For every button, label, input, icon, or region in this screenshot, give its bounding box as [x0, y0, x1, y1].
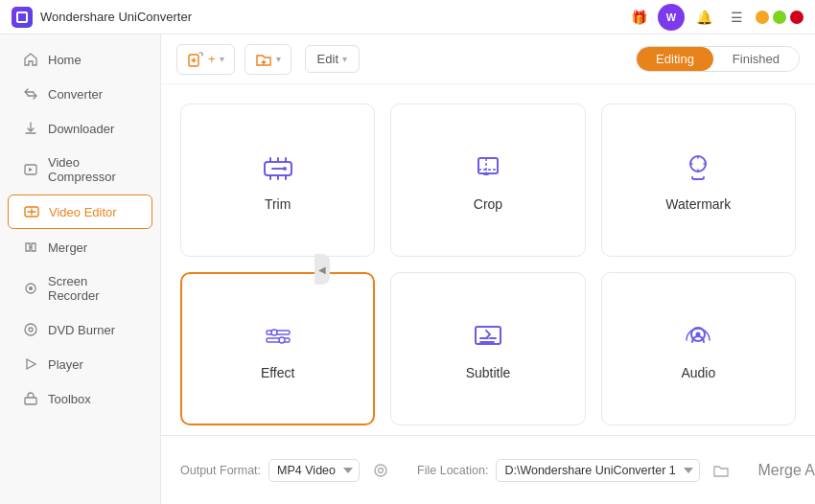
merge-label: Merge All Files: [757, 462, 815, 479]
sidebar-label-video-editor: Video Editor [49, 205, 117, 219]
add-files-button[interactable]: + ▾ [176, 44, 235, 75]
content-area: + ▾ ▾ Edit ▾ Editing Finished [161, 34, 815, 504]
sidebar-item-video-editor[interactable]: Video Editor [8, 195, 152, 229]
downloader-icon [23, 121, 38, 136]
svg-point-22 [379, 468, 384, 472]
sidebar-item-dvd-burner[interactable]: DVD Burner [8, 313, 152, 346]
sidebar-label-player: Player [48, 357, 83, 372]
tool-card-crop[interactable]: Crop [390, 103, 585, 257]
app-title: Wondershare UniConverter [40, 10, 192, 24]
window-controls: − □ ✕ [756, 11, 803, 24]
sidebar-item-screen-recorder[interactable]: Screen Recorder [8, 265, 152, 311]
title-bar: Wondershare UniConverter 🎁 W 🔔 ☰ − □ ✕ [0, 0, 815, 34]
merger-icon [23, 240, 38, 255]
svg-rect-11 [478, 158, 498, 173]
tab-finished[interactable]: Finished [713, 47, 799, 71]
file-location-select[interactable]: D:\Wondershare UniConverter 1 [496, 459, 700, 482]
collapse-sidebar-button[interactable]: ◀ [314, 254, 330, 285]
sidebar-label-screen-recorder: Screen Recorder [48, 274, 137, 303]
output-format-field: Output Format: MP4 Video MOV AVI MKV [180, 457, 394, 484]
screen-recorder-icon [23, 281, 38, 296]
edit-label: Edit [317, 52, 338, 66]
sidebar-label-downloader: Downloader [48, 122, 114, 136]
menu-icon[interactable]: ☰ [723, 4, 750, 31]
sidebar-item-toolbox[interactable]: Toolbox [8, 382, 152, 415]
sidebar-label-merger: Merger [48, 241, 87, 255]
tool-card-subtitle[interactable]: Subtitle [390, 272, 585, 425]
subtitle-label: Subtitle [466, 365, 511, 380]
edit-chevron-icon: ▾ [342, 54, 347, 64]
svg-rect-14 [267, 331, 290, 334]
title-bar-controls: 🎁 W 🔔 ☰ − □ ✕ [625, 4, 803, 31]
svg-marker-6 [27, 359, 35, 369]
sidebar-label-dvd-burner: DVD Burner [48, 323, 115, 337]
svg-point-20 [696, 332, 701, 337]
edit-dropdown[interactable]: Edit ▾ [305, 45, 360, 73]
user-avatar[interactable]: W [658, 4, 685, 31]
svg-point-17 [279, 337, 285, 343]
svg-point-10 [283, 167, 287, 171]
video-editor-icon [24, 204, 39, 219]
player-icon [23, 356, 38, 372]
add-folder-chevron: ▾ [276, 54, 281, 64]
sidebar-item-downloader[interactable]: Downloader [8, 112, 152, 145]
main-layout: Home Converter Downloader Video Compress… [0, 34, 815, 504]
add-files-label: + [208, 52, 216, 66]
maximize-button[interactable]: □ [773, 11, 786, 24]
converter-icon [23, 86, 38, 102]
tool-card-effect[interactable]: Effect [180, 272, 375, 425]
output-format-select[interactable]: MP4 Video MOV AVI MKV [268, 459, 360, 482]
sidebar-label-toolbox: Toolbox [48, 392, 91, 406]
watermark-label: Watermark [665, 196, 731, 212]
add-folder-button[interactable]: ▾ [244, 44, 291, 75]
tab-group: Editing Finished [636, 46, 800, 72]
sidebar-item-converter[interactable]: Converter [8, 78, 152, 110]
open-folder-icon[interactable] [708, 457, 734, 484]
trim-label: Trim [265, 196, 291, 212]
close-button[interactable]: ✕ [790, 11, 803, 24]
bottom-bar: Output Format: MP4 Video MOV AVI MKV Fil… [161, 435, 815, 504]
svg-point-16 [271, 330, 277, 335]
effect-label: Effect [261, 365, 295, 380]
sidebar: Home Converter Downloader Video Compress… [0, 34, 161, 504]
sidebar-label-converter: Converter [48, 87, 103, 102]
app-logo [12, 7, 33, 28]
output-format-label: Output Format: [180, 464, 261, 477]
sidebar-item-home[interactable]: Home [8, 43, 152, 76]
tools-grid: Trim Crop [161, 84, 815, 435]
minimize-button[interactable]: − [756, 11, 769, 24]
merge-all-files-field: Merge All Files: [757, 461, 815, 480]
audio-label: Audio [681, 365, 715, 380]
sidebar-item-player[interactable]: Player [8, 348, 152, 380]
dvd-burner-icon [23, 322, 38, 337]
tool-card-watermark[interactable]: Watermark [601, 103, 796, 257]
toolbar: + ▾ ▾ Edit ▾ Editing Finished [161, 34, 815, 84]
toolbox-icon [23, 391, 38, 406]
notification-bell-icon[interactable]: 🔔 [690, 4, 717, 31]
tool-card-audio[interactable]: Audio [601, 272, 796, 425]
sidebar-label-home: Home [48, 53, 82, 67]
file-location-field: File Location: D:\Wondershare UniConvert… [417, 457, 734, 484]
gift-icon[interactable]: 🎁 [625, 4, 652, 31]
svg-point-21 [375, 465, 386, 476]
tab-editing[interactable]: Editing [637, 47, 713, 71]
title-bar-left: Wondershare UniConverter [12, 7, 192, 28]
svg-point-4 [25, 324, 36, 335]
output-format-settings-icon[interactable] [367, 457, 394, 484]
sidebar-item-video-compressor[interactable]: Video Compressor [8, 147, 152, 193]
sidebar-label-video-compressor: Video Compressor [48, 155, 137, 184]
svg-point-3 [29, 286, 33, 290]
content-wrapper: ◀ + ▾ ▾ [161, 34, 815, 504]
home-icon [23, 52, 38, 67]
svg-rect-7 [25, 398, 36, 404]
svg-point-5 [29, 328, 33, 332]
crop-label: Crop [474, 196, 502, 212]
video-compressor-icon [23, 162, 38, 177]
file-location-label: File Location: [417, 464, 488, 477]
tool-card-trim[interactable]: Trim [180, 103, 375, 257]
svg-rect-15 [267, 338, 290, 342]
add-files-chevron: ▾ [220, 54, 224, 64]
sidebar-item-merger[interactable]: Merger [8, 231, 152, 263]
